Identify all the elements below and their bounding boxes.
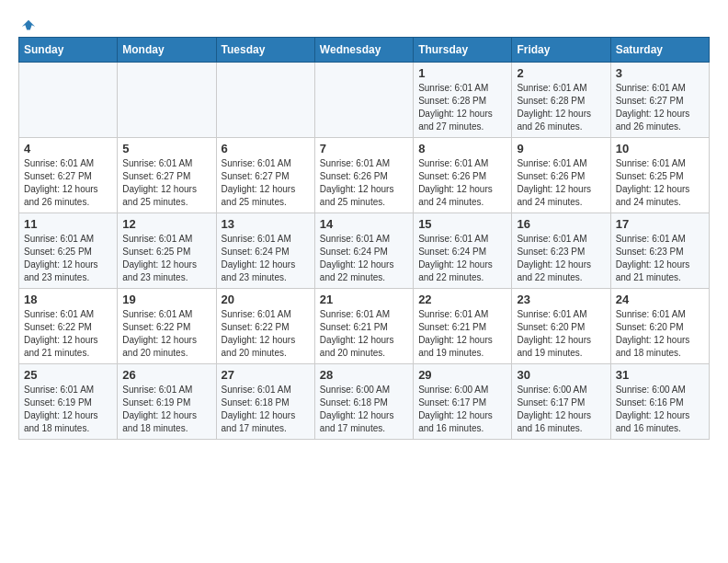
day-number: 2 [517,66,605,80]
day-number: 1 [418,66,506,80]
day-number: 29 [418,368,506,382]
logo [18,18,37,28]
calendar-header-monday: Monday [118,38,216,63]
day-number: 21 [320,293,408,306]
day-info: Sunrise: 6:01 AMSunset: 6:27 PMDaylight:… [222,157,310,209]
day-info: Sunrise: 6:01 AMSunset: 6:21 PMDaylight:… [418,308,506,360]
day-info: Sunrise: 6:01 AMSunset: 6:25 PMDaylight:… [616,157,704,209]
day-info: Sunrise: 6:01 AMSunset: 6:27 PMDaylight:… [122,157,210,209]
logo-bird-icon [20,18,37,35]
calendar-cell: 11Sunrise: 6:01 AMSunset: 6:25 PMDayligh… [19,213,118,289]
day-number: 17 [616,217,704,231]
day-info: Sunrise: 6:01 AMSunset: 6:23 PMDaylight:… [517,233,605,284]
day-info: Sunrise: 6:01 AMSunset: 6:24 PMDaylight:… [418,233,506,284]
calendar-cell: 13Sunrise: 6:01 AMSunset: 6:24 PMDayligh… [216,213,314,289]
day-number: 31 [616,368,704,382]
day-number: 7 [320,142,408,155]
calendar-header-wednesday: Wednesday [314,38,413,63]
page-header [18,18,710,28]
day-number: 16 [517,217,605,231]
day-number: 12 [122,217,210,231]
day-info: Sunrise: 6:01 AMSunset: 6:28 PMDaylight:… [418,82,506,133]
day-number: 30 [517,368,605,382]
calendar-cell: 28Sunrise: 6:00 AMSunset: 6:18 PMDayligh… [314,364,413,440]
calendar-cell: 15Sunrise: 6:01 AMSunset: 6:24 PMDayligh… [414,213,512,289]
day-number: 13 [222,217,310,231]
calendar-cell: 24Sunrise: 6:01 AMSunset: 6:20 PMDayligh… [610,289,709,364]
day-number: 28 [320,368,408,382]
calendar-header-thursday: Thursday [414,38,512,63]
calendar-week-row: 11Sunrise: 6:01 AMSunset: 6:25 PMDayligh… [19,213,710,289]
day-number: 15 [418,217,506,231]
day-number: 24 [616,293,704,306]
day-info: Sunrise: 6:01 AMSunset: 6:22 PMDaylight:… [222,308,310,360]
calendar-cell: 29Sunrise: 6:00 AMSunset: 6:17 PMDayligh… [414,364,512,440]
day-info: Sunrise: 6:01 AMSunset: 6:25 PMDaylight:… [122,233,210,284]
calendar-cell: 27Sunrise: 6:01 AMSunset: 6:18 PMDayligh… [216,364,314,440]
day-number: 25 [24,368,112,382]
calendar-cell: 8Sunrise: 6:01 AMSunset: 6:26 PMDaylight… [414,138,512,213]
calendar-week-row: 25Sunrise: 6:01 AMSunset: 6:19 PMDayligh… [19,364,710,440]
day-number: 11 [24,217,112,231]
day-info: Sunrise: 6:01 AMSunset: 6:23 PMDaylight:… [616,233,704,284]
calendar-cell: 9Sunrise: 6:01 AMSunset: 6:26 PMDaylight… [512,138,610,213]
day-number: 19 [122,293,210,306]
calendar-cell: 4Sunrise: 6:01 AMSunset: 6:27 PMDaylight… [19,138,118,213]
day-info: Sunrise: 6:01 AMSunset: 6:19 PMDaylight:… [122,384,210,435]
day-info: Sunrise: 6:01 AMSunset: 6:22 PMDaylight:… [24,308,112,360]
calendar-week-row: 18Sunrise: 6:01 AMSunset: 6:22 PMDayligh… [19,289,710,364]
calendar-cell: 16Sunrise: 6:01 AMSunset: 6:23 PMDayligh… [512,213,610,289]
calendar-week-row: 1Sunrise: 6:01 AMSunset: 6:28 PMDaylight… [19,63,710,138]
day-number: 6 [222,142,310,155]
day-number: 9 [517,142,605,155]
calendar-cell: 6Sunrise: 6:01 AMSunset: 6:27 PMDaylight… [216,138,314,213]
day-number: 18 [24,293,112,306]
calendar-cell: 20Sunrise: 6:01 AMSunset: 6:22 PMDayligh… [216,289,314,364]
day-number: 4 [24,142,112,155]
calendar-cell: 2Sunrise: 6:01 AMSunset: 6:28 PMDaylight… [512,63,610,138]
calendar-cell: 1Sunrise: 6:01 AMSunset: 6:28 PMDaylight… [414,63,512,138]
calendar-header-friday: Friday [512,38,610,63]
day-info: Sunrise: 6:01 AMSunset: 6:20 PMDaylight:… [517,308,605,360]
day-info: Sunrise: 6:01 AMSunset: 6:28 PMDaylight:… [517,82,605,133]
calendar-cell [216,63,314,138]
day-info: Sunrise: 6:01 AMSunset: 6:22 PMDaylight:… [122,308,210,360]
day-info: Sunrise: 6:01 AMSunset: 6:26 PMDaylight:… [517,157,605,209]
calendar-cell [19,63,118,138]
calendar-header-sunday: Sunday [19,38,118,63]
day-info: Sunrise: 6:00 AMSunset: 6:17 PMDaylight:… [418,384,506,435]
calendar-cell: 25Sunrise: 6:01 AMSunset: 6:19 PMDayligh… [19,364,118,440]
calendar-header-saturday: Saturday [610,38,709,63]
day-info: Sunrise: 6:01 AMSunset: 6:24 PMDaylight:… [320,233,408,284]
calendar-cell: 22Sunrise: 6:01 AMSunset: 6:21 PMDayligh… [414,289,512,364]
calendar-cell: 18Sunrise: 6:01 AMSunset: 6:22 PMDayligh… [19,289,118,364]
calendar-cell [314,63,413,138]
day-info: Sunrise: 6:00 AMSunset: 6:18 PMDaylight:… [320,384,408,435]
day-info: Sunrise: 6:01 AMSunset: 6:26 PMDaylight:… [418,157,506,209]
day-number: 8 [418,142,506,155]
day-info: Sunrise: 6:01 AMSunset: 6:27 PMDaylight:… [24,157,112,209]
day-info: Sunrise: 6:01 AMSunset: 6:26 PMDaylight:… [320,157,408,209]
calendar-cell: 31Sunrise: 6:00 AMSunset: 6:16 PMDayligh… [610,364,709,440]
day-number: 23 [517,293,605,306]
day-number: 22 [418,293,506,306]
day-number: 26 [122,368,210,382]
calendar-cell: 23Sunrise: 6:01 AMSunset: 6:20 PMDayligh… [512,289,610,364]
day-number: 3 [616,66,704,80]
day-info: Sunrise: 6:01 AMSunset: 6:19 PMDaylight:… [24,384,112,435]
day-number: 5 [122,142,210,155]
day-number: 14 [320,217,408,231]
calendar-header-tuesday: Tuesday [216,38,314,63]
calendar-cell: 12Sunrise: 6:01 AMSunset: 6:25 PMDayligh… [118,213,216,289]
calendar-cell: 10Sunrise: 6:01 AMSunset: 6:25 PMDayligh… [610,138,709,213]
calendar-cell: 7Sunrise: 6:01 AMSunset: 6:26 PMDaylight… [314,138,413,213]
calendar-week-row: 4Sunrise: 6:01 AMSunset: 6:27 PMDaylight… [19,138,710,213]
svg-marker-0 [22,20,35,30]
calendar-cell: 14Sunrise: 6:01 AMSunset: 6:24 PMDayligh… [314,213,413,289]
day-info: Sunrise: 6:01 AMSunset: 6:25 PMDaylight:… [24,233,112,284]
day-info: Sunrise: 6:00 AMSunset: 6:17 PMDaylight:… [517,384,605,435]
day-info: Sunrise: 6:00 AMSunset: 6:16 PMDaylight:… [616,384,704,435]
calendar-cell: 26Sunrise: 6:01 AMSunset: 6:19 PMDayligh… [118,364,216,440]
calendar-table: SundayMondayTuesdayWednesdayThursdayFrid… [18,37,710,440]
day-number: 27 [222,368,310,382]
